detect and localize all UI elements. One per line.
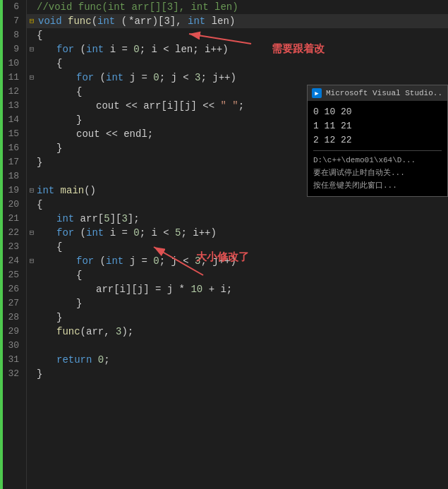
line17-brace: } <box>37 155 42 169</box>
line9-for: for <box>56 42 80 56</box>
line24-int: int <box>106 254 130 268</box>
line-number-28: 28 <box>4 310 22 325</box>
line19-main: main <box>61 183 85 198</box>
line22-0: 0 <box>133 226 139 240</box>
line7-p1: ( <box>92 14 97 28</box>
collapse-13 <box>27 99 37 113</box>
line7-int2: int <box>188 14 212 28</box>
line14-brace: } <box>76 113 82 127</box>
line-number-32: 32 <box>4 367 22 381</box>
line16-brace: } <box>56 141 62 155</box>
line8-brace: { <box>37 28 42 42</box>
line29-end: ); <box>121 325 133 339</box>
line10-brace: { <box>56 56 62 71</box>
terminal-path: D:\c++\demo01\x64\D... <box>313 154 442 167</box>
line13-semi: ; <box>238 99 244 113</box>
collapse-11[interactable]: ⊟ <box>27 71 37 85</box>
line26-plus: + i; <box>202 282 232 296</box>
collapse-19[interactable]: ⊟ <box>27 183 37 198</box>
line9-p1: ( <box>80 42 86 56</box>
line-number-23: 23 <box>4 240 22 254</box>
terminal-separator <box>313 150 442 151</box>
line9-0: 0 <box>133 42 139 56</box>
collapse-15 <box>27 127 37 141</box>
line9-rest: i = <box>110 42 134 56</box>
code-line-29: func(arr, 3); <box>27 325 448 339</box>
line11-j: j = <box>130 71 154 85</box>
line13-cout: cout << arr[i][j] << <box>96 99 220 113</box>
collapse-icon-6[interactable] <box>27 0 37 14</box>
line19-parens: () <box>84 183 96 198</box>
line19-int: int <box>37 183 61 198</box>
collapse-24[interactable]: ⊟ <box>27 254 37 268</box>
line-number-19: 19 <box>4 183 22 198</box>
line-number-24: 24 <box>4 254 22 268</box>
collapse-30 <box>27 339 37 353</box>
line22-int: int <box>86 226 110 240</box>
line15-cout: cout << endl; <box>76 127 153 141</box>
code-line-27: } <box>27 296 448 310</box>
terminal-titlebar: ▶ Microsoft Visual Studio... <box>308 85 447 101</box>
code-line-32: } <box>27 367 448 381</box>
line-number-27: 27 <box>4 296 22 310</box>
line-number-18: 18 <box>4 169 22 183</box>
line21-3: 3 <box>121 212 127 226</box>
collapse-16 <box>27 141 37 155</box>
line-number-30: 30 <box>4 339 22 353</box>
collapse-18 <box>27 169 37 183</box>
line21-int: int <box>56 212 80 226</box>
line21-arr2: ][ <box>110 212 122 226</box>
line-number-29: 29 <box>4 325 22 339</box>
terminal-info-0: 要在调试停止时自动关... <box>313 167 442 179</box>
line22-for: for <box>56 226 80 240</box>
code-line-11: ⊟ for (int j = 0; j < 3; j++) <box>27 71 448 85</box>
collapse-8[interactable] <box>27 28 37 42</box>
terminal-icon: ▶ <box>312 88 322 98</box>
line24-j: j = <box>130 254 154 268</box>
line11-0: 0 <box>153 71 159 85</box>
line9-int: int <box>86 42 110 56</box>
line-number-26: 26 <box>4 282 22 296</box>
collapse-9[interactable]: ⊟ <box>27 42 37 56</box>
line21-5: 5 <box>104 212 109 226</box>
annotation-size-changed: 大小修改了 <box>196 250 249 264</box>
line26-assign: arr[i][j] = j * <box>96 282 190 296</box>
line12-brace: { <box>76 85 82 99</box>
collapse-22[interactable]: ⊟ <box>27 226 37 240</box>
line-number-21: 21 <box>4 212 22 226</box>
code-line-20: { <box>27 198 448 212</box>
terminal-info-1: 按任意键关闭此窗口... <box>313 179 442 192</box>
collapse-29 <box>27 325 37 339</box>
line11-for: for <box>76 71 100 85</box>
terminal-output-2: 2 12 22 <box>313 133 442 147</box>
line-number-9: 9 <box>4 42 22 56</box>
line-numbers: 6 7 8 9 10 11 12 13 14 15 16 17 18 19 20… <box>4 0 27 489</box>
line31-semi: ; <box>104 353 109 367</box>
code-line-25: { <box>27 268 448 282</box>
collapse-23 <box>27 240 37 254</box>
code-area[interactable]: //void func(int arr[][3], int len) ⊟ voi… <box>27 0 448 489</box>
line-number-25: 25 <box>4 268 22 282</box>
line7-len: len) <box>212 14 236 28</box>
line25-brace: { <box>76 268 82 282</box>
line23-brace: { <box>56 240 62 254</box>
line-number-14: 14 <box>4 113 22 127</box>
line24-p1: ( <box>100 254 106 268</box>
line-number-11: 11 <box>4 71 22 85</box>
line-number-16: 16 <box>4 141 22 155</box>
line-number-7: 7 <box>4 14 22 28</box>
line11-p1: ( <box>100 71 106 85</box>
line7-func: func <box>68 14 92 28</box>
line-number-8: 8 <box>4 28 22 42</box>
green-bar <box>0 0 3 489</box>
line11-3: 3 <box>195 71 200 85</box>
line6-text: //void func(int arr[][3], int len) <box>37 0 238 14</box>
line-number-12: 12 <box>4 85 22 99</box>
line20-brace: { <box>37 198 42 212</box>
line-number-17: 17 <box>4 155 22 169</box>
collapse-27 <box>27 296 37 310</box>
code-line-21: int arr[5][3]; <box>27 212 448 226</box>
line-number-6: 6 <box>4 0 22 14</box>
line29-func: func <box>56 325 80 339</box>
code-line-22: ⊟ for (int i = 0; i < 5; i++) <box>27 226 448 240</box>
